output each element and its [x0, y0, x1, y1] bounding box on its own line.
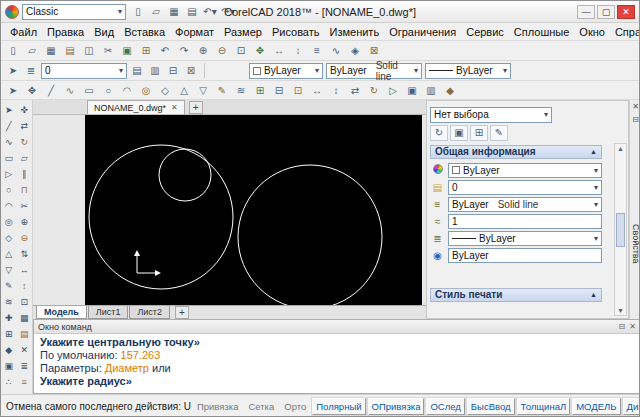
prop-linetype-select[interactable]: ByLayer Solid line ▾	[448, 197, 602, 212]
toolbar-icon[interactable]: ▣	[118, 42, 136, 59]
quick-access-icon[interactable]: ↷▾	[219, 4, 237, 20]
menu-item[interactable]: Окно	[574, 26, 610, 38]
toolbar-icon[interactable]: ◇	[156, 82, 174, 99]
toolbar-icon[interactable]: ⊟	[164, 62, 182, 79]
toolbar-icon[interactable]: ∿	[61, 82, 79, 99]
toolbar-icon[interactable]: ⊞	[251, 82, 269, 99]
toolbar-icon[interactable]: ○	[99, 82, 117, 99]
tool-icon[interactable]: ⊞	[1, 326, 16, 341]
tool-icon[interactable]: ⇄	[17, 118, 32, 133]
quick-access-icon[interactable]: ▦	[165, 4, 183, 20]
tool-icon[interactable]: ⊖	[17, 230, 32, 245]
toolbar-icon[interactable]: ▣	[403, 82, 421, 99]
toolbar-icon[interactable]: ⊖	[213, 42, 231, 59]
tool-icon[interactable]: ∴	[1, 374, 16, 389]
tool-icon[interactable]: ↻	[17, 134, 32, 149]
toolbar-icon[interactable]: ⊡	[232, 42, 250, 59]
palette-tool-icon[interactable]: ↻	[430, 125, 448, 141]
toolbar-icon[interactable]: ▭	[80, 82, 98, 99]
menu-item[interactable]: Файл	[5, 26, 42, 38]
command-history[interactable]: Укажите центральную точку» По умолчанию:…	[34, 334, 640, 390]
pin-icon[interactable]: ⊟	[619, 322, 626, 331]
properties-tab[interactable]: Свойства	[631, 224, 640, 264]
toolbar-icon[interactable]: ▤	[128, 62, 146, 79]
tool-icon[interactable]: ╱	[1, 118, 16, 133]
scrollbar-thumb[interactable]	[616, 213, 625, 247]
tool-icon[interactable]: ◇	[1, 230, 16, 245]
tool-icon[interactable]: ➤	[1, 102, 16, 117]
workspace-select[interactable]: Classic ▾	[22, 4, 126, 20]
tool-icon[interactable]: ○	[1, 182, 16, 197]
close-icon[interactable]: ✕	[171, 103, 178, 112]
section-general[interactable]: Общая информация ▲	[430, 145, 602, 159]
minimize-button[interactable]: —	[577, 5, 595, 19]
toggle-esnap[interactable]: ОПривязка	[368, 398, 425, 415]
tool-icon[interactable]: ≡	[17, 374, 32, 389]
sheet-tab-model[interactable]: Модель	[36, 306, 87, 319]
toolbar-icon[interactable]: ▥	[422, 82, 440, 99]
sheet-tab-sheet2[interactable]: Лист2	[129, 306, 170, 319]
linetype-select[interactable]: ByLayer Solid line ▾	[326, 63, 422, 79]
lineweight-select[interactable]: ByLayer ▾	[425, 63, 511, 79]
toolbar-icon[interactable]: ◫	[80, 42, 98, 59]
toolbar-icon[interactable]: ✂	[99, 42, 117, 59]
toggle-grid[interactable]: Сетка	[244, 398, 278, 415]
menu-item[interactable]: Сервис	[461, 26, 509, 38]
command-option-keyword[interactable]: Диаметр	[105, 362, 149, 374]
toolbar-icon[interactable]: ▯	[4, 42, 22, 59]
toolbar-icon[interactable]: ▥	[146, 62, 164, 79]
close-icon[interactable]: ✕	[629, 322, 636, 331]
tool-icon[interactable]: ▷	[1, 166, 16, 181]
tool-icon[interactable]: ⊓	[17, 182, 32, 197]
toolbar-icon[interactable]: ⊕	[194, 42, 212, 59]
document-tab[interactable]: NONAME_0.dwg* ✕	[87, 100, 185, 114]
tool-icon[interactable]: ⊕	[17, 214, 32, 229]
close-icon[interactable]: ✕	[632, 102, 639, 111]
toolbar-icon[interactable]: ✥	[23, 82, 41, 99]
toolbar-icon[interactable]: ➤	[4, 62, 22, 79]
tool-icon[interactable]: ◠	[1, 198, 16, 213]
tool-icon[interactable]: ◎	[1, 214, 16, 229]
layer-select[interactable]: 0 ▾	[41, 63, 127, 79]
toolbar-icon[interactable]: ⊞	[137, 42, 155, 59]
close-button[interactable]: ✕	[617, 5, 635, 19]
toolbar-icon[interactable]: ▱	[23, 42, 41, 59]
menu-item[interactable]: Ограничения	[384, 26, 461, 38]
toolbar-icon[interactable]: ◈	[346, 42, 364, 59]
prop-linetype-scale-input[interactable]: 1	[448, 214, 602, 229]
tool-icon[interactable]: ▦	[17, 310, 32, 325]
new-tab-button[interactable]: +	[189, 101, 203, 114]
toolbar-icon[interactable]: ◎	[137, 82, 155, 99]
tool-icon[interactable]: ∥	[17, 166, 32, 181]
prop-color-select[interactable]: ByLayer ▾	[448, 163, 602, 178]
toolbar-icon[interactable]: ↕	[289, 42, 307, 59]
tool-icon[interactable]: △	[1, 246, 16, 261]
add-sheet-button[interactable]: +	[175, 306, 189, 319]
command-window[interactable]: Окно команд ⊟ ✕ Укажите центральную точк…	[33, 319, 640, 394]
sheet-tab-sheet1[interactable]: Лист1	[88, 306, 129, 319]
quick-access-icon[interactable]: ▱	[147, 4, 165, 20]
toolbar-icon[interactable]: ⊡	[289, 82, 307, 99]
tool-icon[interactable]: ✚	[1, 310, 16, 325]
toolbar-icon[interactable]: ≋	[232, 82, 250, 99]
tool-icon[interactable]: ⊡	[17, 294, 32, 309]
tool-icon[interactable]: ≋	[1, 294, 16, 309]
menu-item[interactable]: Вставка	[119, 26, 170, 38]
tool-icon[interactable]: ▤	[17, 326, 32, 341]
palette-scrollbar[interactable]: ▲ ▼	[614, 143, 627, 316]
menu-item[interactable]: Размер	[219, 26, 267, 38]
toolbar-icon[interactable]: ✎	[213, 82, 231, 99]
toggle-polar[interactable]: Полярный	[312, 398, 365, 415]
toggle-ortho[interactable]: Орто	[280, 398, 310, 415]
tool-icon[interactable]: ◆	[1, 342, 16, 357]
section-print-style[interactable]: Стиль печати ▲	[430, 288, 602, 302]
toolbar-icon[interactable]: ➤	[4, 82, 22, 99]
menu-item[interactable]: Правка	[42, 26, 89, 38]
toolbar-icon[interactable]: ↔	[308, 82, 326, 99]
quick-access-icon[interactable]: ▯	[129, 4, 147, 20]
menu-item[interactable]: Вид	[89, 26, 119, 38]
toolbar-icon[interactable]: ▤	[61, 42, 79, 59]
toolbar-icon[interactable]: ▦	[42, 42, 60, 59]
tool-icon[interactable]: ▣	[1, 358, 16, 373]
selection-filter-select[interactable]: Нет выбора ▾	[430, 107, 552, 123]
